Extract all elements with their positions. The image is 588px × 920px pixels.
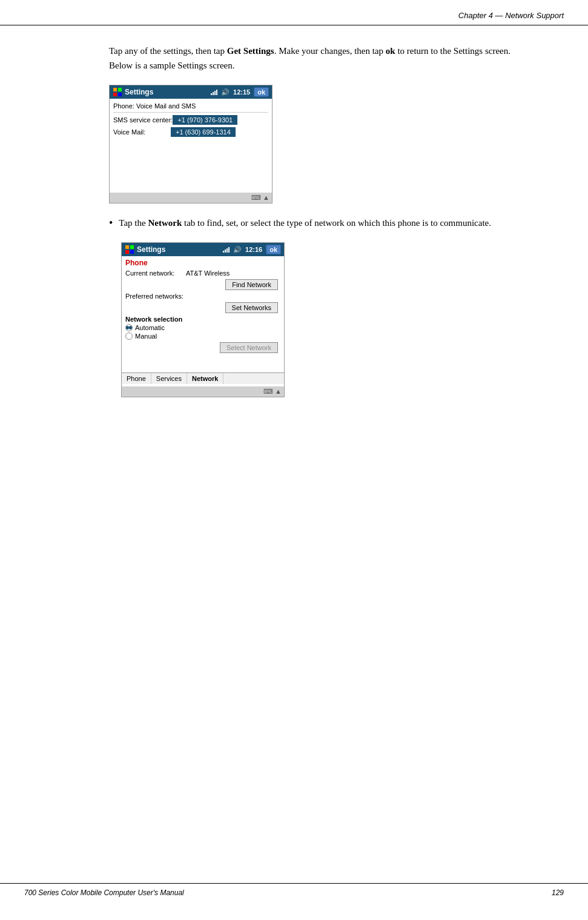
titlebar-1-title: Settings [125, 88, 153, 96]
tab-network[interactable]: Network [187, 373, 223, 384]
find-network-button[interactable]: Find Network [225, 279, 278, 290]
intro-paragraph: Tap any of the settings, then tap Get Se… [109, 44, 515, 73]
bullet-section: • Tap the Network tab to find, set, or s… [109, 216, 515, 230]
svg-rect-5 [130, 245, 134, 249]
screen-1-content: Phone: Voice Mail and SMS SMS service ce… [110, 99, 272, 190]
titlebar-1: Settings 🔊 12:15 ok [110, 85, 272, 99]
intro-text-1: Tap any of the settings, then tap [109, 46, 227, 56]
signal-icon [211, 89, 217, 95]
titlebar-2: Settings 🔊 12:16 ok [122, 243, 284, 256]
current-network-label: Current network: [125, 270, 186, 277]
screen-2-content: Phone Current network: AT&T Wireless Fin… [122, 256, 284, 370]
current-network-row: Current network: AT&T Wireless [125, 270, 280, 277]
main-content: Tap any of the settings, then tap Get Se… [0, 25, 588, 446]
svg-rect-2 [113, 93, 117, 96]
intro-bold-2: ok [386, 46, 395, 56]
radio-automatic-item: Automatic [125, 324, 280, 331]
network-selection-label: Network selection [125, 316, 280, 323]
current-network-value: AT&T Wireless [186, 270, 230, 277]
speaker-icon: 🔊 [221, 88, 230, 96]
svg-rect-0 [113, 88, 117, 91]
screen-1-sms-row: SMS service center: +1 (970) 376-9301 [113, 115, 268, 125]
titlebar-2-ok[interactable]: ok [266, 245, 281, 254]
svg-rect-3 [118, 93, 122, 96]
titlebar-1-time: 12:15 [233, 88, 250, 96]
titlebar-2-right: 🔊 12:16 ok [223, 245, 281, 254]
radio-manual-label: Manual [135, 333, 157, 340]
titlebar-2-title: Settings [137, 245, 165, 254]
footer-left: 700 Series Color Mobile Computer User's … [24, 889, 184, 897]
radio-manual-item: Manual [125, 333, 280, 340]
phone-title: Phone [125, 259, 280, 267]
titlebar-1-ok[interactable]: ok [254, 87, 269, 97]
keyboard-icon-2: ⌨ ▲ [263, 388, 282, 395]
screen-1-voicemail-value: +1 (630) 699-1314 [171, 127, 236, 137]
tab-phone[interactable]: Phone [122, 373, 151, 384]
titlebar-2-left: Settings [125, 245, 165, 254]
bullet-paragraph: Tap the Network tab to find, set, or sel… [119, 216, 491, 230]
screen-1-sms-value: +1 (970) 376-9301 [173, 115, 237, 125]
tab-bar: Phone Services Network [122, 372, 284, 384]
screen-1-voicemail-label: Voice Mail: [113, 128, 171, 136]
set-networks-btn-row: Set Networks [125, 302, 280, 313]
bullet-text-2: tab to find, set, or select the type of … [182, 218, 491, 228]
page-header: Chapter 4 — Network Support [0, 0, 588, 25]
bullet-text-1: Tap the [119, 218, 148, 228]
titlebar-1-left: Settings [113, 87, 153, 97]
screen-1-subtitle: Phone: Voice Mail and SMS [113, 101, 268, 113]
svg-rect-1 [118, 88, 122, 91]
preferred-networks-row: Preferred networks: [125, 293, 280, 300]
signal-icon-2 [223, 247, 230, 253]
screenshot-1: Settings 🔊 12:15 ok Phone: Voice Mail an… [109, 85, 273, 204]
find-network-btn-row: Find Network [125, 279, 280, 290]
radio-automatic-label: Automatic [135, 324, 165, 331]
set-networks-button[interactable]: Set Networks [225, 302, 278, 313]
svg-rect-4 [125, 245, 129, 249]
intro-bold-1: Get Settings [227, 46, 274, 56]
tab-services[interactable]: Services [151, 373, 187, 384]
preferred-networks-label: Preferred networks: [125, 293, 186, 300]
titlebar-2-time: 12:16 [245, 246, 262, 253]
screenshot-2: Settings 🔊 12:16 ok Phone Current networ… [121, 242, 285, 397]
screen-2-empty-space [125, 356, 280, 368]
bullet-marker: • [109, 217, 113, 230]
footer-right: 129 [552, 889, 564, 897]
svg-rect-6 [125, 250, 129, 254]
network-selection-group: Network selection Automatic Manual [125, 316, 280, 340]
radio-manual-button[interactable] [125, 333, 133, 340]
screen-1-empty-space [113, 139, 268, 188]
page-footer: 700 Series Color Mobile Computer User's … [0, 883, 588, 902]
intro-text-2: . Make your changes, then tap [274, 46, 386, 56]
speaker-icon-2: 🔊 [233, 246, 242, 254]
screen-1-bottom: ⌨ ▲ [110, 193, 272, 203]
screen-2-bottom: ⌨ ▲ [122, 386, 284, 397]
screen-1-sms-label: SMS service center: [113, 116, 173, 124]
select-network-btn-row: Select Network [125, 342, 280, 353]
titlebar-1-right: 🔊 12:15 ok [211, 87, 269, 97]
keyboard-icon: ⌨ ▲ [251, 194, 269, 202]
chapter-title: Chapter 4 — Network Support [458, 11, 564, 20]
svg-rect-7 [130, 250, 134, 254]
bullet-bold-1: Network [148, 218, 182, 228]
windows-logo-icon [113, 87, 122, 97]
windows-logo-icon-2 [125, 245, 134, 254]
screen-1-voicemail-row: Voice Mail: +1 (630) 699-1314 [113, 127, 268, 137]
radio-automatic-button[interactable] [125, 324, 133, 331]
select-network-button[interactable]: Select Network [220, 342, 278, 353]
